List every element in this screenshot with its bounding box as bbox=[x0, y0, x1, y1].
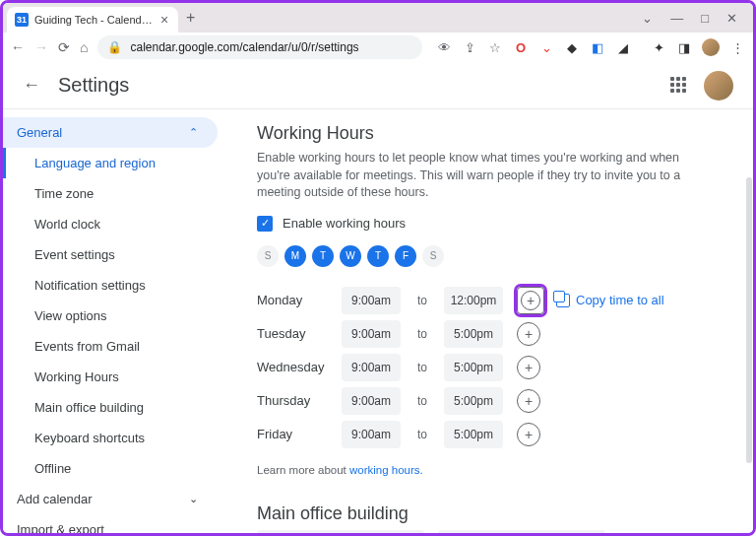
to-label: to bbox=[401, 361, 444, 374]
sidebar-item-keyboard-shortcuts[interactable]: Keyboard shortcuts bbox=[3, 423, 229, 453]
copy-icon bbox=[556, 294, 570, 307]
main-content: Working Hours Enable working hours to le… bbox=[229, 109, 753, 533]
day-label: Thursday bbox=[257, 393, 342, 408]
office-section-title: Main office building bbox=[257, 503, 725, 524]
end-time-input[interactable]: 12:00pm bbox=[444, 287, 503, 314]
start-time-input[interactable]: 9:00am bbox=[342, 320, 401, 348]
url-bar[interactable]: 🔒 calendar.google.com/calendar/u/0/r/set… bbox=[97, 35, 422, 59]
tab-title: Guiding Tech - Calendar - Gener bbox=[34, 14, 153, 26]
sidepanel-icon[interactable]: ◨ bbox=[676, 39, 692, 55]
working-hours-description: Enable working hours to let people know … bbox=[257, 150, 710, 202]
working-hours-help-link[interactable]: working hours. bbox=[349, 464, 423, 476]
extensions-icon[interactable]: ✦ bbox=[651, 39, 666, 55]
hours-table: Monday 9:00am to 12:00pm + Copy time to … bbox=[257, 285, 725, 450]
start-time-input[interactable]: 9:00am bbox=[342, 421, 401, 448]
day-chip-tuesday[interactable]: T bbox=[312, 245, 334, 267]
sidebar-item-working-hours[interactable]: Working Hours bbox=[3, 362, 229, 392]
sidebar-item-main-office[interactable]: Main office building bbox=[3, 392, 229, 423]
reload-icon[interactable]: ⟳ bbox=[58, 39, 70, 55]
extension-icon-1[interactable]: ◆ bbox=[564, 39, 580, 55]
day-label: Wednesday bbox=[257, 360, 342, 374]
sidebar-section-import-export[interactable]: Import & export bbox=[3, 514, 218, 533]
working-hours-title: Working Hours bbox=[257, 123, 725, 144]
sidebar-item-language-region[interactable]: Language and region bbox=[3, 148, 229, 178]
learn-more-text: Learn more about working hours. bbox=[257, 464, 725, 476]
add-time-button[interactable]: + bbox=[517, 322, 540, 346]
hours-row: Monday 9:00am to 12:00pm + Copy time to … bbox=[257, 285, 725, 316]
sidebar-item-events-gmail[interactable]: Events from Gmail bbox=[3, 331, 229, 362]
hours-row: Wednesday 9:00am to 5:00pm + bbox=[257, 352, 725, 383]
sidebar-section-general[interactable]: General ⌃ bbox=[3, 117, 218, 148]
home-icon[interactable]: ⌂ bbox=[80, 39, 88, 55]
day-label: Monday bbox=[257, 293, 342, 307]
profile-avatar-small[interactable] bbox=[702, 38, 720, 56]
day-chip-monday[interactable]: M bbox=[284, 245, 306, 267]
chevron-down-icon[interactable]: ⌄ bbox=[642, 11, 653, 26]
end-time-input[interactable]: 5:00pm bbox=[444, 421, 503, 448]
url-text: calendar.google.com/calendar/u/0/r/setti… bbox=[130, 40, 358, 54]
end-time-input[interactable]: 5:00pm bbox=[444, 387, 503, 415]
days-selector: S M T W T F S bbox=[257, 245, 725, 267]
settings-sidebar: General ⌃ Language and region Time zone … bbox=[3, 109, 229, 533]
star-icon[interactable]: ☆ bbox=[487, 39, 503, 55]
day-chip-wednesday[interactable]: W bbox=[340, 245, 361, 267]
page-title: Settings bbox=[58, 74, 129, 97]
sidebar-item-view-options[interactable]: View options bbox=[3, 301, 229, 331]
sidebar-item-time-zone[interactable]: Time zone bbox=[3, 178, 229, 209]
extension-icon-2[interactable]: ◧ bbox=[590, 39, 605, 55]
sidebar-section-label: Import & export bbox=[17, 522, 104, 533]
settings-back-button[interactable]: ← bbox=[23, 75, 40, 96]
close-tab-icon[interactable]: × bbox=[158, 14, 170, 26]
tab-favicon: 31 bbox=[15, 13, 29, 27]
end-time-input[interactable]: 5:00pm bbox=[444, 354, 503, 381]
sidebar-item-world-clock[interactable]: World clock bbox=[3, 209, 229, 239]
minimize-icon[interactable]: — bbox=[670, 11, 683, 26]
to-label: to bbox=[401, 327, 444, 341]
pocket-icon[interactable]: ⌄ bbox=[538, 39, 554, 55]
browser-tab[interactable]: 31 Guiding Tech - Calendar - Gener × bbox=[7, 7, 178, 33]
day-chip-friday[interactable]: F bbox=[395, 245, 416, 267]
close-window-icon[interactable]: ✕ bbox=[726, 11, 737, 26]
start-time-input[interactable]: 9:00am bbox=[342, 387, 401, 415]
chevron-up-icon: ⌃ bbox=[189, 126, 198, 139]
add-time-button[interactable]: + bbox=[517, 389, 540, 413]
forward-icon[interactable]: → bbox=[34, 39, 48, 55]
maximize-icon[interactable]: □ bbox=[701, 11, 709, 26]
google-apps-icon[interactable] bbox=[670, 77, 688, 95]
scrollbar[interactable] bbox=[746, 177, 752, 463]
add-time-button[interactable]: + bbox=[517, 287, 544, 314]
hours-row: Friday 9:00am to 5:00pm + bbox=[257, 419, 725, 450]
sidebar-section-add-calendar[interactable]: Add calendar ⌄ bbox=[3, 484, 218, 514]
start-time-input[interactable]: 9:00am bbox=[342, 354, 401, 381]
add-time-button[interactable]: + bbox=[517, 356, 540, 379]
sidebar-item-event-settings[interactable]: Event settings bbox=[3, 239, 229, 270]
sidebar-item-notification-settings[interactable]: Notification settings bbox=[3, 270, 229, 301]
share-icon[interactable]: ⇪ bbox=[462, 39, 477, 55]
hours-row: Thursday 9:00am to 5:00pm + bbox=[257, 385, 725, 417]
hours-row: Tuesday 9:00am to 5:00pm + bbox=[257, 318, 725, 350]
office-dropdown[interactable]: Office ▾ bbox=[257, 530, 424, 534]
copy-link-label: Copy time to all bbox=[576, 293, 664, 307]
copy-time-to-all-link[interactable]: Copy time to all bbox=[556, 293, 664, 307]
account-avatar[interactable] bbox=[704, 71, 733, 100]
sidebar-item-offline[interactable]: Offline bbox=[3, 453, 229, 484]
day-chip-saturday[interactable]: S bbox=[422, 245, 444, 267]
menu-icon[interactable]: ⋮ bbox=[729, 39, 745, 55]
chevron-down-icon: ⌄ bbox=[189, 493, 198, 505]
day-label: Friday bbox=[257, 427, 342, 441]
new-tab-button[interactable]: + bbox=[186, 9, 195, 27]
enable-working-hours-checkbox[interactable]: ✓ bbox=[257, 216, 273, 232]
add-time-button[interactable]: + bbox=[517, 423, 540, 446]
telegram-icon[interactable]: ◢ bbox=[615, 39, 631, 55]
day-chip-thursday[interactable]: T bbox=[367, 245, 389, 267]
end-time-input[interactable]: 5:00pm bbox=[444, 320, 503, 348]
opera-icon[interactable]: O bbox=[513, 39, 529, 55]
back-icon[interactable]: ← bbox=[11, 39, 25, 55]
start-time-input[interactable]: 9:00am bbox=[342, 287, 401, 314]
checkbox-label: Enable working hours bbox=[283, 216, 406, 231]
day-label: Tuesday bbox=[257, 326, 342, 341]
floor-dropdown[interactable]: Floor ▾ bbox=[438, 530, 605, 534]
eye-icon[interactable]: 👁 bbox=[436, 39, 452, 55]
day-chip-sunday[interactable]: S bbox=[257, 245, 279, 267]
to-label: to bbox=[401, 394, 444, 408]
